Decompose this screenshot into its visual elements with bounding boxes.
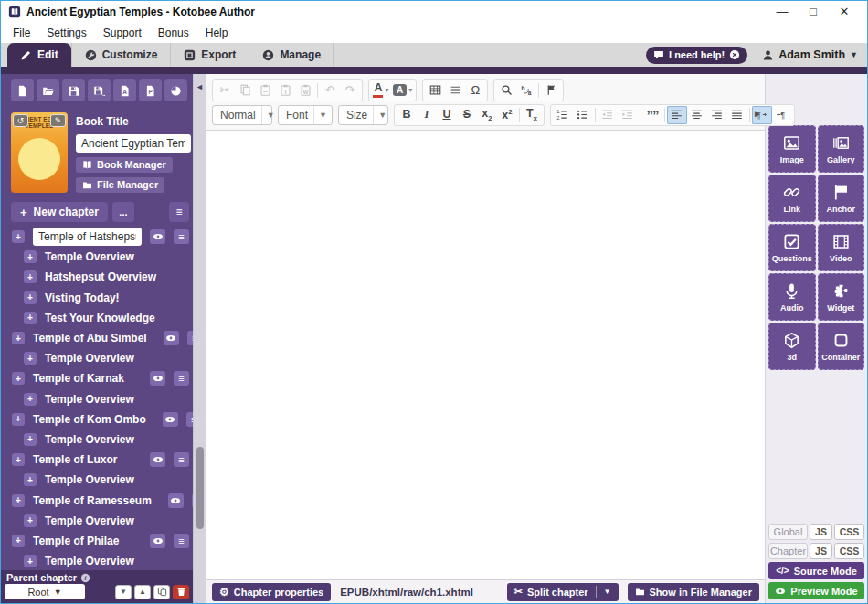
add-subchapter-button[interactable]: + bbox=[24, 393, 37, 406]
chapter-title[interactable]: Temple Overview bbox=[45, 433, 134, 446]
close-button[interactable]: ✕ bbox=[829, 1, 860, 23]
chapter-title[interactable]: Temple of Kom Ombo bbox=[33, 413, 146, 426]
chapter-menu-button[interactable]: ≡ bbox=[174, 371, 189, 386]
redo-button[interactable]: ↷ bbox=[340, 81, 360, 100]
underline-button[interactable]: U bbox=[437, 106, 457, 124]
close-circle-icon[interactable] bbox=[729, 49, 740, 60]
link-widget-button[interactable]: Link bbox=[768, 175, 816, 222]
special-character-button[interactable]: Ω bbox=[465, 81, 485, 100]
chapter-menu-button[interactable]: ≡ bbox=[186, 412, 193, 427]
reset-cover-button[interactable]: ↺ bbox=[13, 114, 28, 127]
add-subchapter-button[interactable]: + bbox=[24, 352, 37, 365]
paste-button[interactable] bbox=[255, 81, 275, 100]
new-book-button[interactable] bbox=[11, 79, 34, 101]
menu-file[interactable]: File bbox=[5, 26, 38, 39]
chapter-title[interactable]: Temple Overview bbox=[45, 555, 134, 567]
save-button[interactable] bbox=[62, 79, 85, 101]
maximize-button[interactable]: □ bbox=[798, 1, 829, 23]
expand-toolbar-icon[interactable]: ► bbox=[753, 109, 762, 119]
chapter-menu-button[interactable]: ≡ bbox=[174, 452, 189, 467]
editor-content[interactable] bbox=[206, 131, 765, 579]
strikethrough-button[interactable]: S bbox=[457, 106, 477, 124]
add-subchapter-button[interactable]: + bbox=[24, 555, 37, 567]
video-widget-button[interactable]: Video bbox=[818, 224, 865, 271]
cut-button[interactable]: ✂ bbox=[215, 81, 235, 100]
chapter-properties-button[interactable]: ⚙ Chapter properties bbox=[212, 583, 331, 601]
menu-support[interactable]: Support bbox=[95, 26, 150, 39]
bold-button[interactable]: B bbox=[397, 106, 417, 124]
decrease-indent-button[interactable] bbox=[598, 106, 618, 124]
global-css-button[interactable]: CSS bbox=[834, 524, 864, 540]
preview-mode-button[interactable]: Preview Mode bbox=[768, 582, 864, 599]
minimize-button[interactable]: — bbox=[767, 1, 798, 23]
move-chapter-up-button[interactable]: ▲ bbox=[134, 585, 151, 599]
chapter-title[interactable]: Temple Overview bbox=[45, 250, 134, 263]
menu-bonus[interactable]: Bonus bbox=[150, 26, 197, 39]
size-dropdown[interactable]: Size▼ bbox=[338, 105, 388, 125]
chapter-title[interactable]: Temple Overview bbox=[45, 514, 134, 527]
image-widget-button[interactable]: Image bbox=[768, 125, 816, 173]
anchor-widget-button[interactable]: Anchor bbox=[818, 175, 865, 222]
remove-format-button[interactable]: Tx bbox=[522, 106, 542, 124]
add-subchapter-button[interactable]: + bbox=[12, 494, 25, 507]
find-button[interactable] bbox=[496, 81, 516, 100]
chapter-title[interactable]: Hatshepsut Overview bbox=[45, 270, 156, 283]
book-title-input[interactable] bbox=[76, 134, 191, 153]
container-widget-button[interactable]: Container bbox=[818, 323, 865, 370]
chapter-title[interactable]: Temple of Philae bbox=[33, 535, 119, 547]
toggle-chapter-visibility-button[interactable] bbox=[163, 412, 178, 427]
add-subchapter-button[interactable]: + bbox=[12, 230, 25, 243]
source-mode-button[interactable]: </> Source Mode bbox=[768, 562, 864, 579]
toggle-chapter-visibility-button[interactable] bbox=[164, 331, 179, 345]
add-subchapter-button[interactable]: + bbox=[24, 514, 37, 527]
add-subchapter-button[interactable]: + bbox=[24, 250, 37, 263]
tab-manage[interactable]: Manage bbox=[249, 43, 334, 67]
duplicate-chapter-button[interactable] bbox=[153, 585, 170, 599]
chapter-title[interactable]: Test Your Knowledge bbox=[45, 312, 155, 324]
scrollbar-thumb[interactable] bbox=[196, 447, 204, 529]
add-subchapter-button[interactable]: + bbox=[24, 312, 37, 324]
align-right-button[interactable] bbox=[707, 106, 727, 124]
open-book-button[interactable] bbox=[37, 79, 59, 101]
toggle-chapter-visibility-button[interactable] bbox=[150, 229, 165, 244]
widget-widget-button[interactable]: Widget bbox=[818, 273, 865, 321]
italic-button[interactable]: I bbox=[417, 106, 437, 124]
add-subchapter-button[interactable]: + bbox=[12, 535, 25, 547]
increase-indent-button[interactable] bbox=[618, 106, 638, 124]
menu-settings[interactable]: Settings bbox=[38, 26, 94, 39]
book-cover-thumbnail[interactable]: ANCIENT EGYPT TEMPLES ↺ ✎ bbox=[11, 112, 68, 193]
chapter-title[interactable]: Visting Today! bbox=[45, 291, 120, 304]
add-subchapter-button[interactable]: + bbox=[24, 433, 37, 446]
edit-cover-button[interactable]: ✎ bbox=[50, 114, 66, 127]
global-js-button[interactable]: JS bbox=[810, 524, 832, 540]
audio-widget-button[interactable]: Audio bbox=[768, 273, 816, 321]
text-direction-rtl-button[interactable]: ¶ bbox=[772, 106, 792, 124]
show-in-file-manager-button[interactable]: Show in File Manager bbox=[628, 583, 759, 601]
parent-chapter-dropdown[interactable]: Root ▼ bbox=[5, 584, 85, 599]
chapter-css-button[interactable]: CSS bbox=[834, 543, 864, 559]
chapter-title[interactable]: Temple of Abu Simbel bbox=[33, 332, 147, 344]
add-subchapter-button[interactable]: + bbox=[24, 270, 37, 283]
paste-as-text-button[interactable]: T bbox=[275, 81, 295, 100]
toggle-chapter-visibility-button[interactable] bbox=[150, 452, 165, 467]
add-subchapter-button[interactable]: + bbox=[12, 413, 25, 426]
undo-button[interactable]: ↶ bbox=[320, 81, 340, 100]
chapter-title-input[interactable] bbox=[33, 228, 142, 246]
tab-customize[interactable]: Customize bbox=[71, 43, 172, 67]
3d-widget-button[interactable]: 3d bbox=[768, 323, 816, 370]
collapse-sidebar-icon[interactable]: ◄ bbox=[194, 82, 206, 91]
chapter-more-button[interactable]: ... bbox=[112, 202, 134, 222]
background-color-button[interactable]: A▾ bbox=[391, 81, 414, 100]
book-manager-button[interactable]: Book Manager bbox=[76, 157, 173, 173]
text-color-button[interactable]: A▾ bbox=[371, 81, 391, 100]
chapter-menu-button[interactable]: ≡ bbox=[174, 229, 189, 244]
need-help-button[interactable]: I need help! bbox=[646, 47, 747, 64]
align-center-button[interactable] bbox=[687, 106, 707, 124]
file-manager-button[interactable]: File Manager bbox=[76, 177, 164, 193]
numbered-list-button[interactable]: 1.2. bbox=[553, 106, 573, 124]
copy-button[interactable] bbox=[235, 81, 255, 100]
horizontal-rule-button[interactable] bbox=[445, 81, 465, 100]
menu-help[interactable]: Help bbox=[197, 26, 237, 39]
blockquote-button[interactable]: ”” bbox=[642, 106, 662, 124]
superscript-button[interactable]: x2 bbox=[497, 106, 517, 124]
